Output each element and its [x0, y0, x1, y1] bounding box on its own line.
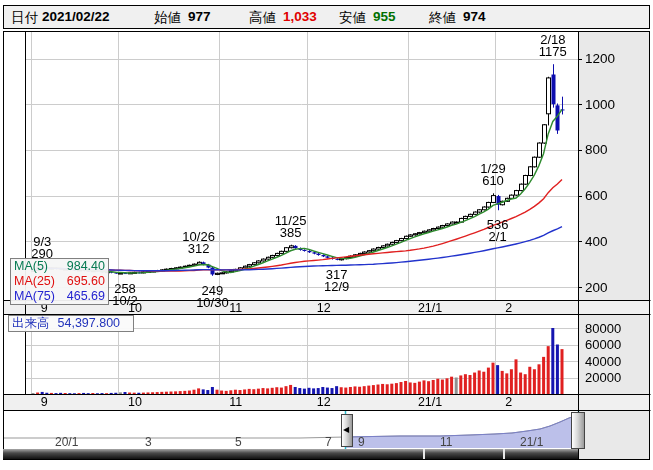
ma25-row: MA(25) 695.60	[11, 274, 108, 289]
ma5-label: MA(5)	[14, 259, 48, 274]
ma5-value: 984.40	[67, 259, 105, 274]
scrollbar-divider	[423, 449, 425, 459]
stock-chart-app: 日付 2021/02/22 始値 977 高値 1,033 安値 955 終値 …	[0, 0, 653, 470]
ma25-value: 695.60	[67, 274, 105, 289]
volume-label: 出来高 54,397.800	[8, 315, 134, 332]
low-value: 955	[373, 9, 396, 24]
ma-legend: MA(5) 984.40 MA(25) 695.60 MA(75) 465.69	[10, 258, 109, 305]
left-arrow-icon: ◀	[343, 425, 349, 434]
scrollbar-divider	[503, 449, 505, 459]
high-value: 1,033	[283, 9, 317, 24]
date-value: 2021/02/22	[42, 9, 110, 24]
ma5-row: MA(5) 984.40	[11, 259, 108, 274]
close-label: 終値	[429, 9, 456, 27]
volume-label-value: 54,397.800	[58, 316, 121, 331]
ma75-row: MA(75) 465.69	[11, 289, 108, 304]
ma25-label: MA(25)	[14, 274, 55, 289]
stock-chart-canvas[interactable]	[0, 0, 653, 470]
ma75-value: 465.69	[67, 289, 105, 304]
horizontal-scrollbar[interactable]	[3, 449, 578, 459]
open-value: 977	[188, 9, 211, 24]
navigator-right-handle[interactable]	[571, 412, 585, 449]
navigator-left-handle[interactable]: ◀	[341, 414, 353, 447]
volume-label-text: 出来高	[12, 316, 50, 331]
open-label: 始値	[154, 9, 181, 27]
low-label: 安値	[339, 9, 366, 27]
high-label: 高値	[249, 9, 276, 27]
ma75-label: MA(75)	[14, 289, 55, 304]
close-value: 974	[463, 9, 486, 24]
ohlc-header: 日付 2021/02/22 始値 977 高値 1,033 安値 955 終値 …	[3, 5, 650, 29]
date-label: 日付	[11, 9, 38, 27]
